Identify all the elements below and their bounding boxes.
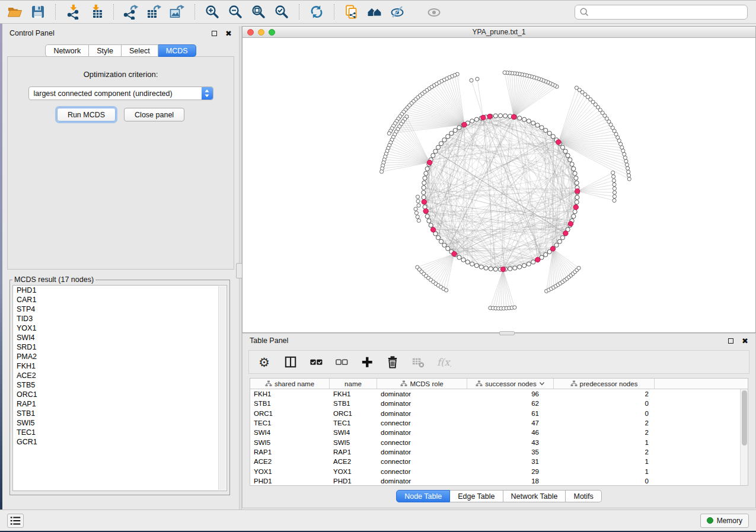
zoom-out-icon[interactable] — [227, 3, 244, 21]
hide-panel-icon[interactable] — [389, 3, 407, 21]
deselect-all-icon[interactable] — [334, 354, 349, 370]
network-canvas[interactable] — [243, 38, 755, 332]
mcds-result-item[interactable]: RAP1 — [13, 399, 227, 409]
table-tab-motifs[interactable]: Motifs — [566, 490, 601, 502]
table-cell: ACE2 — [330, 458, 377, 465]
horizontal-splitter-handle[interactable] — [499, 331, 515, 335]
float-panel-icon[interactable] — [212, 31, 217, 36]
table-tab-node-table[interactable]: Node Table — [396, 490, 450, 502]
zoom-in-icon[interactable] — [203, 3, 221, 21]
tab-network[interactable]: Network — [45, 44, 89, 57]
main-content: Control Panel ✖ NetworkStyleSelectMCDS O… — [2, 24, 756, 509]
table-row[interactable]: FKH1FKH1dominator962 — [250, 389, 748, 399]
mcds-result-item[interactable]: TEC1 — [13, 428, 227, 437]
table-cell: connector — [377, 439, 467, 446]
select-all-icon[interactable] — [308, 354, 324, 370]
table-row[interactable]: RAP1RAP1dominator352 — [250, 447, 748, 457]
column-header-successor-nodes[interactable]: successor nodes — [467, 379, 554, 389]
table-cell: SWI4 — [250, 429, 330, 436]
search-box[interactable] — [575, 5, 748, 20]
right-area: YPA_prune.txt_1 Table Panel ✖ ⚙f — [242, 26, 756, 509]
criterion-select[interactable]: largest connected component (undirected) — [28, 86, 213, 100]
table-body: FKH1FKH1dominator962STB1STB1dominator620… — [250, 389, 748, 486]
column-header-predecessor-nodes[interactable]: predecessor nodes — [554, 379, 655, 389]
run-mcds-button[interactable]: Run MCDS — [57, 108, 116, 121]
table-row[interactable]: ACE2ACE2connector311 — [250, 457, 748, 466]
export-image-icon[interactable] — [168, 3, 186, 21]
mcds-result-item[interactable]: PMA2 — [13, 352, 227, 361]
column-type-icon — [265, 380, 272, 387]
column-header-shared-name[interactable]: shared name — [250, 379, 330, 389]
open-file-icon[interactable] — [6, 3, 24, 21]
table-cell: TEC1 — [250, 419, 330, 427]
tab-select[interactable]: Select — [122, 44, 158, 57]
refresh-icon[interactable] — [308, 3, 326, 21]
sort-desc-icon — [539, 382, 545, 386]
mcds-result-item[interactable]: ACE2 — [13, 371, 227, 380]
network-graph[interactable] — [243, 38, 755, 332]
column-header-name[interactable]: name — [330, 379, 377, 389]
table-row[interactable]: SWI4SWI4dominator462 — [250, 428, 748, 437]
table-toolbar: ⚙f(x) — [248, 350, 749, 374]
mcds-result-item[interactable]: STB1 — [13, 409, 227, 418]
table-row[interactable]: SWI5SWI5connector431 — [250, 437, 748, 447]
save-session-icon[interactable] — [29, 3, 47, 21]
zoom-selected-icon[interactable] — [273, 3, 291, 21]
delete-row-icon[interactable] — [385, 354, 400, 370]
status-bar: Memory — [0, 509, 756, 531]
table-cell: dominator — [377, 400, 467, 407]
zoom-fit-icon[interactable] — [250, 3, 267, 21]
result-list-scrollbar[interactable] — [218, 286, 226, 490]
table-row[interactable]: STB1STB1dominator620 — [250, 399, 748, 408]
toolbar-separator — [113, 4, 114, 20]
import-table-icon[interactable] — [87, 3, 105, 21]
table-tab-network-table[interactable]: Network Table — [503, 490, 566, 502]
select-stepper-icon[interactable] — [202, 87, 213, 100]
mcds-result-item[interactable]: TID3 — [13, 314, 227, 323]
mcds-result-list[interactable]: PHD1CAR1STP4TID3YOX1SWI4SRD1PMA2FKH1ACE2… — [12, 285, 227, 491]
mcds-result-item[interactable]: SRD1 — [13, 342, 227, 352]
show-eye-icon — [426, 3, 444, 21]
mcds-result-item[interactable]: SWI5 — [13, 418, 227, 428]
table-cell: FKH1 — [330, 390, 377, 398]
table-close-panel-icon[interactable]: ✖ — [742, 338, 748, 344]
add-row-icon[interactable] — [359, 354, 375, 370]
mcds-result-item[interactable]: FKH1 — [13, 361, 227, 371]
table-row[interactable]: ORC1ORC1dominator610 — [250, 409, 748, 418]
mcds-result-item[interactable]: ORC1 — [13, 390, 227, 399]
table-scrollbar[interactable] — [740, 389, 748, 485]
clone-network-icon[interactable] — [343, 3, 361, 21]
home-icon[interactable] — [366, 3, 384, 21]
table-cell: 96 — [467, 390, 554, 398]
table-cell: dominator — [377, 448, 467, 456]
tab-style[interactable]: Style — [89, 44, 122, 57]
table-scrollbar-thumb[interactable] — [742, 390, 747, 446]
mcds-result-item[interactable]: STP4 — [13, 305, 227, 314]
table-float-panel-icon[interactable] — [728, 338, 733, 344]
network-titlebar[interactable]: YPA_prune.txt_1 — [243, 27, 755, 38]
mcds-result-item[interactable]: YOX1 — [13, 323, 227, 333]
column-header-mcds-role[interactable]: MCDS role — [377, 379, 467, 389]
close-panel-button[interactable]: Close panel — [124, 108, 184, 121]
tab-mcds[interactable]: MCDS — [158, 44, 196, 57]
table-row[interactable]: YOX1YOX1connector291 — [250, 466, 748, 476]
close-panel-icon[interactable]: ✖ — [225, 31, 232, 36]
gear-icon[interactable]: ⚙ — [257, 354, 273, 370]
export-table-icon[interactable] — [145, 3, 163, 21]
mcds-result-item[interactable]: CAR1 — [13, 295, 227, 305]
table-cell: connector — [377, 419, 467, 427]
search-input[interactable] — [589, 7, 744, 17]
mcds-result-item[interactable]: SWI4 — [13, 333, 227, 342]
import-network-icon[interactable] — [64, 3, 82, 21]
toolbar-separator — [194, 4, 195, 20]
mcds-result-item[interactable]: PHD1 — [13, 286, 227, 295]
table-row[interactable]: TEC1TEC1connector472 — [250, 418, 748, 428]
export-network-icon[interactable] — [122, 3, 140, 21]
mcds-result-item[interactable]: STB5 — [13, 380, 227, 390]
panel-selector-button[interactable] — [7, 514, 24, 528]
mcds-result-item[interactable]: GCR1 — [13, 437, 227, 447]
table-tab-edge-table[interactable]: Edge Table — [450, 490, 503, 502]
table-row[interactable]: PHD1PHD1dominator180 — [250, 476, 748, 486]
memory-button[interactable]: Memory — [700, 514, 749, 528]
columns-icon[interactable] — [283, 354, 298, 370]
